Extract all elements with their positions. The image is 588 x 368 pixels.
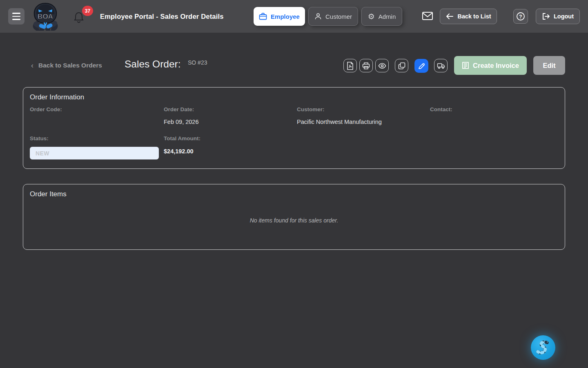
boa-logo: BOA xyxy=(32,2,59,31)
tab-employee[interactable]: Employee xyxy=(254,7,305,26)
shipping-button[interactable] xyxy=(434,59,448,72)
invoice-icon xyxy=(462,62,469,69)
order-reference: SO #23 xyxy=(188,59,207,66)
status-badge: NEW xyxy=(30,147,159,159)
printer-icon xyxy=(362,62,370,70)
pencil-icon xyxy=(418,63,425,70)
order-information-title: Order Information xyxy=(30,93,84,101)
edit-button[interactable]: Edit xyxy=(533,56,565,75)
notifications-bell-button[interactable]: 37 xyxy=(73,9,93,26)
mail-icon xyxy=(422,11,433,21)
status-label: Status: xyxy=(30,135,49,141)
page-title: Sales Order: xyxy=(125,58,181,70)
order-date-value: Feb 09, 2026 xyxy=(164,119,198,125)
back-to-sales-orders-label: Back to Sales Orders xyxy=(38,62,102,69)
total-amount-label: Total Amount: xyxy=(164,135,200,141)
tab-admin-label: Admin xyxy=(379,13,396,20)
logout-button[interactable]: Logout xyxy=(536,9,580,24)
total-amount-value: $24,192.00 xyxy=(164,148,194,155)
order-date-label: Order Date: xyxy=(164,106,194,112)
order-code-label: Order Code: xyxy=(30,106,62,112)
back-to-list-label: Back to List xyxy=(457,13,491,20)
logo-text: BOA xyxy=(38,13,53,20)
print-button[interactable] xyxy=(359,59,373,72)
customer-value: Pacific Northwest Manufacturing xyxy=(297,119,382,125)
order-items-empty-message: No items found for this sales order. xyxy=(23,217,565,224)
gear-icon: ⚙ xyxy=(368,13,375,20)
tab-customer[interactable]: Customer xyxy=(308,7,358,26)
export-pdf-button[interactable] xyxy=(343,59,357,72)
chevron-left-icon: ‹ xyxy=(31,61,33,70)
mail-button[interactable] xyxy=(422,11,433,22)
create-invoice-label: Create Invoice xyxy=(473,62,519,70)
order-items-title: Order Items xyxy=(30,190,67,198)
portal-tab-group: Employee Customer ⚙ Admin xyxy=(254,7,402,26)
edit-pencil-button[interactable] xyxy=(414,59,428,73)
create-invoice-button[interactable]: Create Invoice xyxy=(454,56,527,75)
tab-admin[interactable]: ⚙ Admin xyxy=(361,7,402,26)
back-to-sales-orders-link[interactable]: ‹ Back to Sales Orders xyxy=(31,61,102,70)
back-to-list-button[interactable]: Back to List xyxy=(440,9,497,24)
notification-count-badge: 37 xyxy=(82,6,93,16)
eye-icon xyxy=(378,63,386,69)
question-circle-icon: ? xyxy=(516,12,525,21)
snake-icon xyxy=(535,339,551,357)
top-navbar: BOA 37 Employee Portal - Sales Order Det… xyxy=(0,0,588,33)
person-icon xyxy=(314,13,322,20)
briefcase-icon xyxy=(259,13,267,20)
app-title: Employee Portal - Sales Order Details xyxy=(100,0,224,33)
logout-label: Logout xyxy=(554,13,574,20)
truck-icon xyxy=(437,63,445,69)
contact-label: Contact: xyxy=(430,106,452,112)
order-items-card: Order Items No items found for this sale… xyxy=(23,184,565,250)
arrow-left-icon xyxy=(445,13,454,20)
pdf-file-icon xyxy=(347,62,354,70)
assistant-chat-fab[interactable] xyxy=(531,335,555,360)
copy-icon xyxy=(398,62,405,70)
copy-button[interactable] xyxy=(395,59,408,72)
customer-label: Customer: xyxy=(297,106,325,112)
tab-employee-label: Employee xyxy=(271,13,300,20)
tab-customer-label: Customer xyxy=(325,13,352,20)
order-information-card: Order Information Order Code: Order Date… xyxy=(23,87,565,169)
help-button[interactable]: ? xyxy=(513,9,528,24)
hamburger-menu-button[interactable] xyxy=(8,8,24,25)
svg-text:?: ? xyxy=(519,14,522,20)
preview-button[interactable] xyxy=(375,59,389,72)
logout-icon xyxy=(542,13,550,20)
